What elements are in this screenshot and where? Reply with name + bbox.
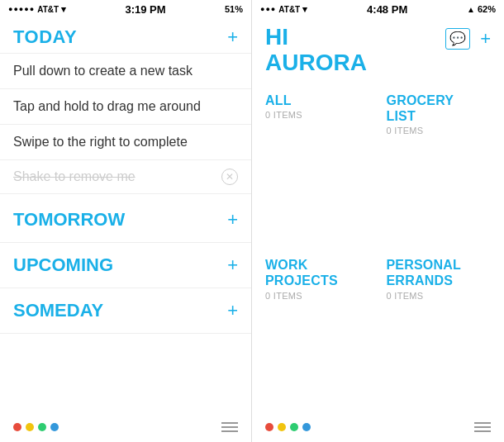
- status-bar-right: ●●● AT&T ▾ 4:48 PM ▲ 62%: [252, 0, 504, 18]
- dot-yellow-r: [278, 423, 286, 431]
- task-item: Tap and hold to drag me around: [0, 89, 251, 125]
- dot-red-r: [265, 423, 273, 431]
- list-title-grocery: GROCERY LIST: [387, 93, 492, 124]
- someday-add-button[interactable]: +: [227, 302, 238, 320]
- location-icon: ▲: [467, 5, 475, 14]
- carrier-right: AT&T: [278, 5, 300, 14]
- upcoming-add-button[interactable]: +: [227, 256, 238, 274]
- upcoming-section: UPCOMING +: [0, 243, 251, 288]
- hamburger-menu-right[interactable]: [474, 422, 491, 432]
- dot-yellow: [26, 423, 34, 431]
- tomorrow-section: TOMORROW +: [0, 197, 251, 243]
- right-signal: ●●● AT&T ▾: [260, 4, 307, 15]
- right-panel: ●●● AT&T ▾ 4:48 PM ▲ 62% HI AURORA 💬 + A…: [252, 0, 504, 442]
- battery-right: ▲ 62%: [467, 4, 496, 14]
- left-panel: ●●●●● AT&T ▾ 3:19 PM 51% TODAY + Pull do…: [0, 0, 252, 442]
- task-item: Swipe to the right to complete: [0, 125, 251, 160]
- hamburger-line: [221, 422, 238, 424]
- task-list: Pull down to create a new task Tap and h…: [0, 53, 251, 160]
- dot-green-r: [290, 423, 298, 431]
- list-card-all[interactable]: ALL 0 ITEMS: [265, 93, 370, 241]
- list-card-work[interactable]: WORK PROJECTS 0 ITEMS: [265, 257, 370, 406]
- wifi-icon-left: ▾: [61, 4, 66, 15]
- carrier-left: AT&T: [37, 5, 59, 14]
- name-text: AURORA: [265, 50, 367, 76]
- hamburger-line-r: [474, 422, 491, 424]
- someday-title: SOMEDAY: [13, 300, 103, 321]
- list-card-personal[interactable]: PERSONAL ERRANDS 0 ITEMS: [387, 257, 492, 406]
- today-header: TODAY +: [0, 18, 251, 53]
- list-title-all: ALL: [265, 93, 370, 108]
- hamburger-line-r: [474, 430, 491, 432]
- left-signal: ●●●●● AT&T ▾: [8, 4, 66, 15]
- dot-blue: [50, 423, 59, 431]
- shake-item[interactable]: Shake to remove me ✕: [0, 160, 251, 194]
- chat-icon[interactable]: 💬: [445, 28, 470, 50]
- hamburger-line: [221, 426, 238, 428]
- dot-green: [38, 423, 46, 431]
- left-content: TODAY + Pull down to create a new task T…: [0, 18, 251, 412]
- battery-left: 51%: [225, 4, 243, 14]
- signal-dots-right: ●●●: [260, 5, 276, 13]
- shake-close-button[interactable]: ✕: [221, 169, 238, 185]
- list-count-all: 0 ITEMS: [265, 110, 370, 120]
- tomorrow-add-button[interactable]: +: [227, 211, 238, 229]
- dot-blue-r: [302, 423, 311, 431]
- right-dots-icon[interactable]: [265, 423, 311, 431]
- list-card-grocery[interactable]: GROCERY LIST 0 ITEMS: [387, 93, 492, 241]
- today-title: TODAY: [13, 26, 77, 48]
- right-footer: [252, 412, 504, 442]
- list-count-personal: 0 ITEMS: [387, 291, 492, 301]
- greeting: HI AURORA: [265, 25, 367, 76]
- hamburger-menu[interactable]: [221, 422, 238, 432]
- today-add-button[interactable]: +: [227, 28, 238, 46]
- header-icons: 💬 +: [445, 28, 491, 50]
- add-list-button[interactable]: +: [480, 28, 491, 50]
- tomorrow-title: TOMORROW: [13, 209, 125, 231]
- lists-grid: ALL 0 ITEMS GROCERY LIST 0 ITEMS WORK PR…: [252, 79, 504, 412]
- list-count-grocery: 0 ITEMS: [387, 126, 492, 135]
- someday-section: SOMEDAY +: [0, 288, 251, 334]
- upcoming-title: UPCOMING: [13, 254, 113, 276]
- list-title-personal: PERSONAL ERRANDS: [387, 257, 492, 288]
- status-bar-left: ●●●●● AT&T ▾ 3:19 PM 51%: [0, 0, 251, 18]
- wifi-icon-right: ▾: [302, 4, 307, 15]
- list-title-work: WORK PROJECTS: [265, 257, 370, 288]
- right-header: HI AURORA 💬 +: [252, 18, 504, 79]
- other-sections: TOMORROW + UPCOMING + SOMEDAY +: [0, 197, 251, 334]
- time-left: 3:19 PM: [125, 3, 165, 16]
- dot-red: [13, 423, 21, 431]
- shake-text: Shake to remove me: [13, 169, 221, 184]
- hi-text: HI: [265, 25, 367, 50]
- task-item: Pull down to create a new task: [0, 53, 251, 89]
- signal-dots: ●●●●●: [8, 5, 35, 13]
- left-footer: [0, 412, 251, 442]
- hamburger-line: [221, 430, 238, 432]
- hamburger-line-r: [474, 426, 491, 428]
- list-count-work: 0 ITEMS: [265, 291, 370, 301]
- left-dots-icon[interactable]: [13, 423, 59, 431]
- time-right: 4:48 PM: [367, 3, 407, 16]
